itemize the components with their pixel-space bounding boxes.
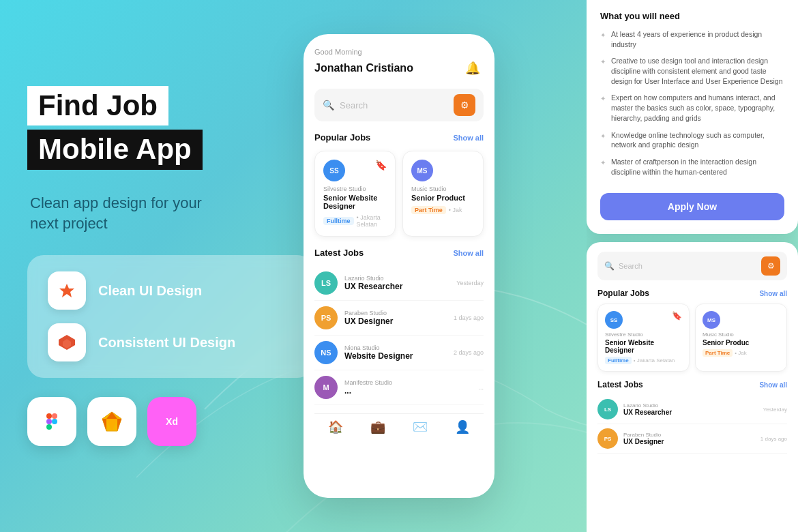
latest-avatar-0: LS — [314, 271, 338, 295]
search-icon: 🔍 — [323, 100, 334, 110]
mini-popular-show-all[interactable]: Show all — [759, 290, 787, 297]
svg-rect-3 — [46, 413, 52, 419]
latest-studio-2: Niona Studio — [344, 344, 447, 351]
req-bullet-3: ✦ — [600, 132, 606, 150]
latest-jobs-header: Latest Jobs Show all — [314, 248, 484, 258]
popular-jobs-grid: SS 🔖 Silvestre Studio Senior Website Des… — [314, 151, 484, 237]
job-type-0: Fulltime — [323, 217, 354, 225]
mini-jobs-grid: SS 🔖 Silvestre Studio Senior Website Des… — [597, 304, 787, 372]
job-detail-card: What you will need ✦ At least 4 years of… — [587, 0, 798, 234]
latest-job-item-1[interactable]: PS Paraben Studio UX Designer 1 days ago — [314, 301, 484, 336]
mini-avatar-ss: SS — [605, 311, 623, 329]
clean-ui-label: Clean UI Design — [98, 283, 202, 299]
filter-button[interactable]: ⚙ — [454, 94, 475, 116]
latest-job-info-1: Paraben Studio UX Designer — [344, 310, 447, 326]
mini-latest-avatar-0: LS — [597, 399, 618, 419]
company-name-0: Silvestre Studio — [323, 186, 387, 192]
requirements-title: What you will need — [600, 11, 784, 21]
latest-show-all[interactable]: Show all — [453, 249, 484, 257]
mini-title-0: Senior Website Designer — [605, 339, 682, 354]
svg-marker-0 — [59, 284, 74, 297]
nav-briefcase-icon[interactable]: 💼 — [370, 419, 385, 434]
apply-now-button[interactable]: Apply Now — [600, 193, 784, 220]
title-line1: Find Job — [27, 86, 168, 125]
phone-username: Jonathan Cristiano — [314, 62, 413, 74]
latest-job-item-0[interactable]: LS Lazario Studio UX Researcher Yesterda… — [314, 266, 484, 301]
latest-jobs-list: LS Lazario Studio UX Researcher Yesterda… — [314, 266, 484, 405]
svg-rect-4 — [52, 413, 57, 419]
search-bar[interactable]: 🔍 Search ⚙ — [314, 89, 484, 121]
search-placeholder: Search — [340, 100, 448, 110]
mini-latest-title-0: UX Researcher — [623, 409, 758, 416]
mini-popular-title: Popular Jobs — [597, 289, 649, 298]
mini-job-card-1[interactable]: MS Music Studio Senior Produc Part Time … — [695, 304, 787, 372]
mini-phone-card: 🔍 Search ⚙ Popular Jobs Show all SS 🔖 Si… — [587, 242, 798, 532]
features-card: Clean UI Design Consistent UI Design — [27, 255, 314, 378]
latest-title-1: UX Designer — [344, 316, 447, 326]
mini-filter-button[interactable]: ⚙ — [761, 256, 780, 276]
latest-job-item-2[interactable]: NS Niona Studio Website Designer 2 days … — [314, 336, 484, 370]
mini-latest-show-all[interactable]: Show all — [759, 381, 787, 389]
popular-jobs-header: Popular Jobs Show all — [314, 132, 484, 143]
mini-search-bar[interactable]: 🔍 Search ⚙ — [597, 252, 787, 280]
xd-icon: Xd — [147, 397, 196, 446]
title-line2: Mobile App — [27, 130, 203, 169]
mini-latest-info-1: Paraben Studio UX Designer — [623, 432, 755, 445]
phone-nav: 🏠 💼 ✉️ 👤 — [314, 413, 484, 434]
nav-home-icon[interactable]: 🏠 — [328, 419, 343, 434]
mini-avatar-ms: MS — [703, 311, 720, 329]
mini-type-1: Part Time — [703, 349, 733, 357]
mini-search-text: Search — [619, 262, 757, 270]
left-panel: Find Job Mobile App Clean app design for… — [27, 0, 314, 532]
req-item-2: ✦ Expert on how computers and humans int… — [600, 93, 784, 123]
latest-time-3: ... — [478, 384, 484, 391]
latest-studio-3: Manifestre Studio — [344, 379, 471, 386]
req-item-0: ✦ At least 4 years of experience in prod… — [600, 29, 784, 49]
latest-title-3: ... — [344, 386, 471, 396]
mini-latest-avatar-1: PS — [597, 428, 618, 449]
mini-latest-info-0: Lazario Studio UX Researcher — [623, 402, 758, 416]
nav-profile-icon[interactable]: 👤 — [455, 419, 470, 434]
clean-ui-icon — [48, 271, 86, 310]
phone-mockup-center: Good Morning Jonathan Cristiano 🔔 🔍 Sear… — [304, 34, 494, 498]
latest-job-info-3: Manifestre Studio ... — [344, 379, 471, 396]
mini-latest-item-1[interactable]: PS Paraben Studio UX Designer 1 days ago — [597, 424, 787, 454]
feature-item-clean: Clean UI Design — [48, 271, 293, 310]
job-card-0[interactable]: SS 🔖 Silvestre Studio Senior Website Des… — [314, 151, 396, 237]
req-bullet-1: ✦ — [600, 57, 606, 86]
company-name-1: Music Studio — [411, 186, 475, 192]
mini-latest-studio-1: Paraben Studio — [623, 432, 755, 438]
phone-greeting: Good Morning — [314, 48, 484, 56]
bookmark-icon[interactable]: 🔖 — [375, 160, 387, 171]
latest-time-2: 2 days ago — [454, 349, 484, 356]
consistent-ui-label: Consistent UI Design — [98, 335, 235, 351]
feature-item-consistent: Consistent UI Design — [48, 323, 293, 361]
svg-rect-5 — [46, 419, 52, 424]
latest-job-info-2: Niona Studio Website Designer — [344, 344, 447, 361]
mini-job-card-0[interactable]: SS 🔖 Silvestre Studio Senior Website Des… — [597, 304, 690, 372]
req-bullet-2: ✦ — [600, 94, 606, 123]
bell-icon[interactable]: 🔔 — [462, 57, 484, 79]
right-panel: What you will need ✦ At least 4 years of… — [587, 0, 798, 532]
mini-latest-header: Latest Jobs Show all — [597, 380, 787, 389]
mini-latest-item-0[interactable]: LS Lazario Studio UX Researcher Yesterda… — [597, 395, 787, 424]
latest-time-1: 1 days ago — [454, 314, 484, 321]
req-bullet-0: ✦ — [600, 31, 606, 49]
job-card-1[interactable]: MS Music Studio Senior Product Part Time… — [402, 151, 484, 237]
svg-point-7 — [52, 419, 57, 424]
mini-bookmark-0[interactable]: 🔖 — [672, 311, 682, 329]
latest-avatar-2: NS — [314, 341, 338, 364]
phone-shell: Good Morning Jonathan Cristiano 🔔 🔍 Sear… — [304, 34, 494, 498]
title-block: Find Job Mobile App — [27, 86, 314, 170]
latest-jobs-title: Latest Jobs — [314, 248, 364, 258]
mini-company-1: Music Studio — [703, 331, 780, 338]
req-bullet-4: ✦ — [600, 158, 606, 177]
req-item-3: ✦ Knowledge online technology such as co… — [600, 130, 784, 150]
latest-job-item-3[interactable]: M Manifestre Studio ... ... — [314, 370, 484, 405]
figma-icon — [27, 397, 76, 446]
req-item-4: ✦ Master of craftperson in the interacti… — [600, 157, 784, 177]
mini-title-1: Senior Produc — [703, 339, 780, 346]
nav-mail-icon[interactable]: ✉️ — [413, 419, 428, 434]
popular-show-all[interactable]: Show all — [453, 134, 484, 142]
popular-jobs-title: Popular Jobs — [314, 132, 370, 143]
